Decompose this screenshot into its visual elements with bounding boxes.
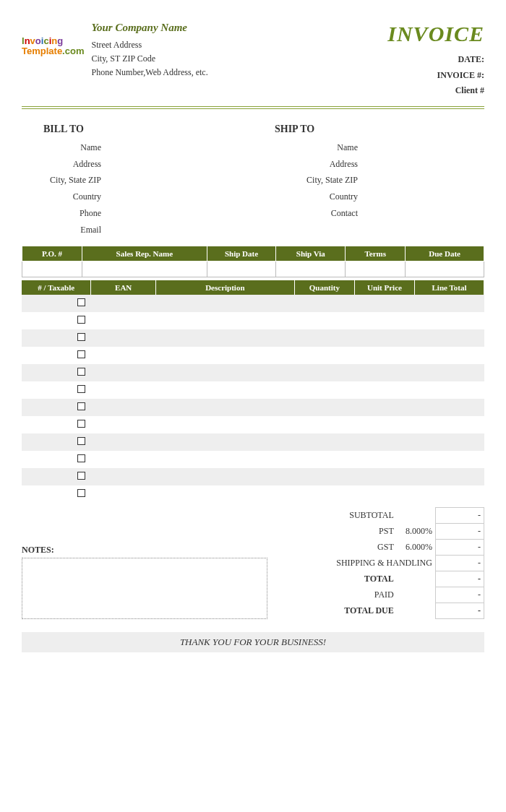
item-qty-cell[interactable] xyxy=(294,312,354,329)
item-ean-cell[interactable] xyxy=(91,364,156,381)
bill-to-title: BILL TO xyxy=(43,124,253,135)
item-price-cell[interactable] xyxy=(354,485,414,503)
item-desc-cell[interactable] xyxy=(155,381,294,399)
item-row xyxy=(22,295,484,312)
totals-label: SUBTOTAL xyxy=(290,507,397,523)
item-qty-cell[interactable] xyxy=(294,329,354,347)
item-taxable-cell[interactable] xyxy=(22,416,91,433)
item-price-cell[interactable] xyxy=(354,416,414,433)
ship-to-labels: Name Address City, State ZIP Country Con… xyxy=(257,139,358,222)
checkbox-icon[interactable] xyxy=(77,420,85,428)
item-ean-cell[interactable] xyxy=(91,312,156,329)
item-desc-cell[interactable] xyxy=(155,451,294,468)
meta-input-shipvia[interactable] xyxy=(276,261,346,277)
checkbox-icon[interactable] xyxy=(77,350,85,358)
item-qty-cell[interactable] xyxy=(294,451,354,468)
item-taxable-cell[interactable] xyxy=(22,381,91,399)
header-left: Invoicing Template.com Your Company Name… xyxy=(22,22,208,99)
item-desc-cell[interactable] xyxy=(155,295,294,312)
meta-invoice-num-label: INVOICE #: xyxy=(387,68,484,84)
item-taxable-cell[interactable] xyxy=(22,329,91,347)
checkbox-icon[interactable] xyxy=(77,333,85,341)
totals-value: - xyxy=(435,555,484,571)
item-total-cell xyxy=(415,364,484,381)
item-ean-cell[interactable] xyxy=(91,347,156,364)
item-price-cell[interactable] xyxy=(354,468,414,485)
item-qty-cell[interactable] xyxy=(294,347,354,364)
item-taxable-cell[interactable] xyxy=(22,295,91,312)
item-desc-cell[interactable] xyxy=(155,312,294,329)
totals-row: PST8.000%- xyxy=(290,523,484,539)
item-total-cell xyxy=(415,347,484,364)
item-row xyxy=(22,399,484,416)
checkbox-icon[interactable] xyxy=(77,489,85,497)
item-ean-cell[interactable] xyxy=(91,433,156,451)
item-ean-cell[interactable] xyxy=(91,416,156,433)
item-ean-cell[interactable] xyxy=(91,295,156,312)
meta-input-salesrep[interactable] xyxy=(82,261,207,277)
item-ean-cell[interactable] xyxy=(91,468,156,485)
checkbox-icon[interactable] xyxy=(77,368,85,376)
item-price-cell[interactable] xyxy=(354,399,414,416)
checkbox-icon[interactable] xyxy=(77,454,85,462)
item-desc-cell[interactable] xyxy=(155,433,294,451)
item-price-cell[interactable] xyxy=(354,364,414,381)
item-qty-cell[interactable] xyxy=(294,399,354,416)
item-qty-cell[interactable] xyxy=(294,485,354,503)
meta-input-shipdate[interactable] xyxy=(207,261,276,277)
item-price-cell[interactable] xyxy=(354,295,414,312)
item-price-cell[interactable] xyxy=(354,347,414,364)
item-total-cell xyxy=(415,416,484,433)
item-price-cell[interactable] xyxy=(354,329,414,347)
notes-side: NOTES: xyxy=(22,507,290,619)
company-address: Street Address City, ST ZIP Code Phone N… xyxy=(91,38,207,80)
item-price-cell[interactable] xyxy=(354,433,414,451)
item-desc-cell[interactable] xyxy=(155,416,294,433)
item-ean-cell[interactable] xyxy=(91,329,156,347)
item-qty-cell[interactable] xyxy=(294,381,354,399)
item-total-cell xyxy=(415,312,484,329)
checkbox-icon[interactable] xyxy=(77,437,85,445)
item-taxable-cell[interactable] xyxy=(22,468,91,485)
item-qty-cell[interactable] xyxy=(294,433,354,451)
item-row xyxy=(22,468,484,485)
meta-input-duedate[interactable] xyxy=(406,261,484,277)
item-desc-cell[interactable] xyxy=(155,329,294,347)
logo-text-line2: Template xyxy=(22,46,62,56)
checkbox-icon[interactable] xyxy=(77,472,85,480)
item-price-cell[interactable] xyxy=(354,381,414,399)
meta-input-terms[interactable] xyxy=(346,261,406,277)
checkbox-icon[interactable] xyxy=(77,316,85,324)
item-taxable-cell[interactable] xyxy=(22,485,91,503)
meta-client-label: Client # xyxy=(387,83,484,99)
item-qty-cell[interactable] xyxy=(294,364,354,381)
notes-input[interactable] xyxy=(22,558,267,619)
item-price-cell[interactable] xyxy=(354,312,414,329)
item-price-cell[interactable] xyxy=(354,451,414,468)
item-ean-cell[interactable] xyxy=(91,485,156,503)
item-taxable-cell[interactable] xyxy=(22,399,91,416)
item-qty-cell[interactable] xyxy=(294,468,354,485)
item-ean-cell[interactable] xyxy=(91,399,156,416)
item-desc-cell[interactable] xyxy=(155,347,294,364)
item-ean-cell[interactable] xyxy=(91,451,156,468)
item-desc-cell[interactable] xyxy=(155,485,294,503)
item-taxable-cell[interactable] xyxy=(22,347,91,364)
header-right: INVOICE DATE: INVOICE #: Client # xyxy=(387,22,484,99)
checkbox-icon[interactable] xyxy=(77,402,85,410)
meta-input-po[interactable] xyxy=(22,261,82,277)
item-total-cell xyxy=(415,485,484,503)
item-taxable-cell[interactable] xyxy=(22,433,91,451)
item-qty-cell[interactable] xyxy=(294,416,354,433)
totals-percent: 8.000% xyxy=(397,523,436,539)
item-taxable-cell[interactable] xyxy=(22,451,91,468)
item-taxable-cell[interactable] xyxy=(22,364,91,381)
item-desc-cell[interactable] xyxy=(155,399,294,416)
item-taxable-cell[interactable] xyxy=(22,312,91,329)
checkbox-icon[interactable] xyxy=(77,298,85,306)
item-desc-cell[interactable] xyxy=(155,364,294,381)
item-qty-cell[interactable] xyxy=(294,295,354,312)
item-ean-cell[interactable] xyxy=(91,381,156,399)
item-desc-cell[interactable] xyxy=(155,468,294,485)
checkbox-icon[interactable] xyxy=(77,385,85,393)
